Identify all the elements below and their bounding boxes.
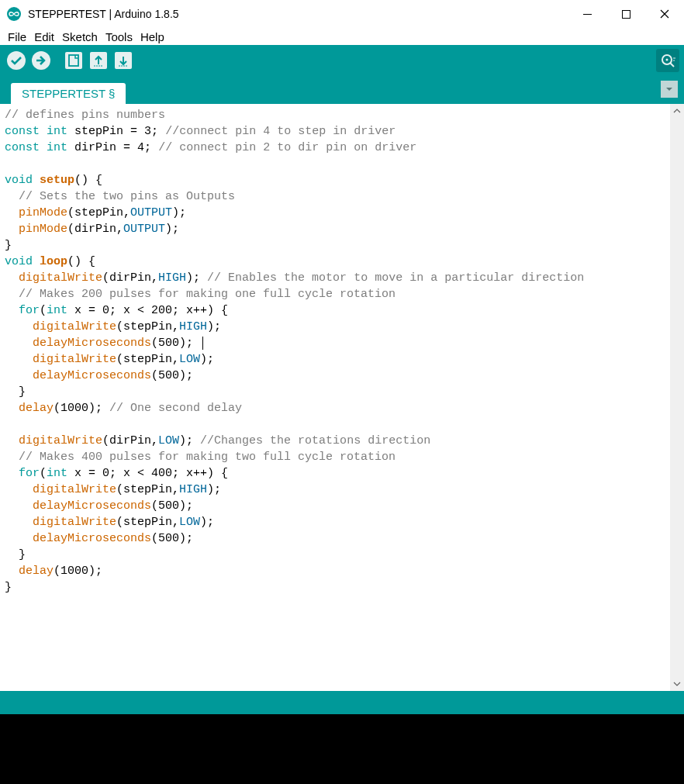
menu-edit[interactable]: Edit [31, 30, 57, 43]
status-bar [0, 691, 684, 714]
svg-line-14 [670, 63, 674, 67]
titlebar: STEPPERTEST | Arduino 1.8.5 [0, 0, 684, 28]
maximize-button[interactable] [606, 0, 645, 28]
svg-rect-2 [622, 10, 630, 18]
menu-help[interactable]: Help [137, 30, 168, 43]
open-button[interactable] [87, 49, 110, 72]
console-output[interactable] [0, 714, 684, 784]
minimize-button[interactable] [568, 0, 606, 28]
editor-scrollbar[interactable] [670, 104, 684, 691]
code-editor[interactable]: // defines pins numbers const int stepPi… [0, 104, 670, 691]
svg-point-5 [7, 51, 26, 70]
text-cursor [202, 337, 203, 350]
serial-monitor-button[interactable] [656, 49, 679, 72]
svg-point-15 [666, 59, 668, 61]
menubar: File Edit Sketch Tools Help [0, 28, 684, 45]
new-button[interactable] [62, 49, 85, 72]
scroll-up-icon[interactable] [670, 105, 684, 116]
upload-button[interactable] [29, 49, 53, 72]
menu-tools[interactable]: Tools [102, 30, 136, 43]
scroll-down-icon[interactable] [670, 679, 684, 689]
tabbar: STEPPERTEST § [0, 76, 684, 104]
save-button[interactable] [112, 49, 135, 72]
menu-file[interactable]: File [5, 30, 29, 43]
code-comment: // defines pins numbers [5, 109, 165, 122]
menu-sketch[interactable]: Sketch [59, 30, 101, 43]
toolbar [0, 45, 684, 76]
verify-button[interactable] [5, 49, 28, 72]
close-button[interactable] [645, 0, 684, 28]
tab-menu-dropdown[interactable] [661, 81, 678, 98]
tab-steppertest[interactable]: STEPPERTEST § [11, 83, 126, 104]
arduino-logo-icon [6, 6, 22, 22]
window-title: STEPPERTEST | Arduino 1.8.5 [28, 8, 568, 20]
